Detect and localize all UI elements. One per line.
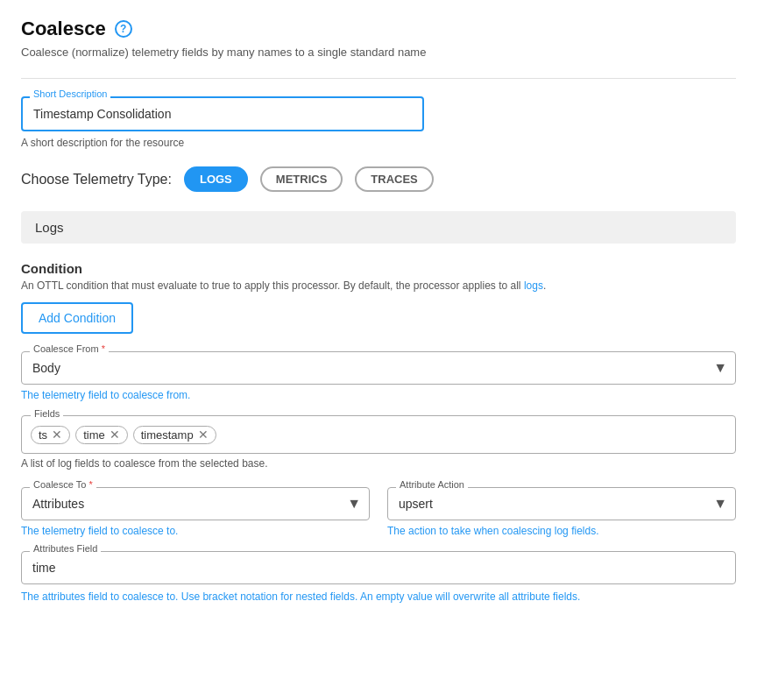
coalesce-to-label: Coalesce To * — [30, 479, 96, 490]
page-title: Coalesce — [21, 18, 106, 40]
telemetry-btn-traces[interactable]: TRACES — [355, 166, 433, 192]
telemetry-type-section: Choose Telemetry Type: LOGS METRICS TRAC… — [21, 166, 736, 192]
coalesce-to-wrapper: Coalesce To * Attributes ▼ — [21, 487, 370, 520]
condition-description: An OTTL condition that must evaluate to … — [21, 279, 736, 292]
coalesce-from-required: * — [102, 343, 105, 354]
telemetry-btn-logs[interactable]: LOGS — [184, 166, 248, 192]
help-icon[interactable]: ? — [115, 20, 132, 38]
add-condition-button[interactable]: Add Condition — [21, 302, 133, 334]
tag-ts-remove[interactable]: ✕ — [52, 428, 62, 441]
attribute-action-select[interactable]: upsert — [387, 487, 736, 520]
attributes-field-label: Attributes Field — [30, 543, 101, 554]
condition-desc-highlight: logs — [524, 279, 543, 292]
telemetry-btn-metrics[interactable]: METRICS — [260, 166, 343, 192]
tag-time-label: time — [83, 428, 105, 442]
short-description-input[interactable] — [21, 96, 424, 131]
fields-hint: A list of log fields to coalesce from th… — [21, 457, 736, 470]
attribute-action-col: Attribute Action upsert ▼ The action to … — [387, 487, 736, 537]
tag-timestamp-label: timestamp — [141, 428, 194, 442]
coalesce-to-hint: The telemetry field to coalesce to. — [21, 525, 370, 537]
coalesce-to-col: Coalesce To * Attributes ▼ The telemetry… — [21, 487, 370, 537]
attributes-field-row: Attributes Field The attributes field to… — [21, 551, 736, 605]
tag-timestamp-remove[interactable]: ✕ — [198, 428, 209, 441]
tag-time: time ✕ — [75, 426, 128, 444]
page-title-section: Coalesce ? — [21, 18, 736, 40]
attributes-field-wrapper: Attributes Field — [21, 551, 736, 584]
coalesce-from-row: Coalesce From * Body ▼ The telemetry fie… — [21, 351, 736, 401]
coalesce-to-select[interactable]: Attributes — [21, 487, 370, 520]
coalesce-from-hint: The telemetry field to coalesce from. — [21, 389, 736, 401]
short-description-hint: A short description for the resource — [21, 137, 736, 149]
fields-label: Fields — [31, 408, 63, 419]
tag-ts-label: ts — [39, 428, 47, 442]
tag-timestamp: timestamp ✕ — [133, 426, 216, 444]
attributes-field-input[interactable] — [21, 551, 736, 584]
coalesce-from-select[interactable]: Body — [21, 351, 736, 385]
coalesce-to-attribute-row: Coalesce To * Attributes ▼ The telemetry… — [21, 487, 736, 537]
short-description-field: Short Description A short description fo… — [21, 96, 736, 149]
condition-desc-end: . — [543, 279, 546, 292]
attribute-action-label: Attribute Action — [396, 479, 468, 490]
short-description-label: Short Description — [30, 88, 110, 99]
divider-top — [21, 78, 736, 79]
short-description-group: Short Description — [21, 96, 736, 131]
telemetry-type-label: Choose Telemetry Type: — [21, 172, 172, 187]
condition-section: Condition An OTTL condition that must ev… — [21, 261, 736, 334]
fields-tags-wrapper[interactable]: Fields ts ✕ time ✕ timestamp ✕ — [21, 415, 736, 454]
condition-title: Condition — [21, 261, 736, 276]
fields-row: Fields ts ✕ time ✕ timestamp ✕ A list of… — [21, 415, 736, 470]
logs-section-bar: Logs — [21, 211, 736, 244]
coalesce-to-required: * — [88, 479, 92, 490]
attribute-action-hint: The action to take when coalescing log f… — [387, 525, 736, 537]
coalesce-from-label: Coalesce From * — [30, 343, 109, 354]
page-subtitle: Coalesce (normalize) telemetry fields by… — [21, 46, 736, 59]
condition-desc-start: An OTTL condition that must evaluate to … — [21, 279, 524, 292]
attributes-field-hint: The attributes field to coalesce to. Use… — [21, 589, 736, 605]
attribute-action-wrapper: Attribute Action upsert ▼ — [387, 487, 736, 520]
tag-time-remove[interactable]: ✕ — [110, 428, 120, 441]
tag-ts: ts ✕ — [31, 426, 70, 444]
coalesce-from-wrapper: Coalesce From * Body ▼ — [21, 351, 736, 385]
